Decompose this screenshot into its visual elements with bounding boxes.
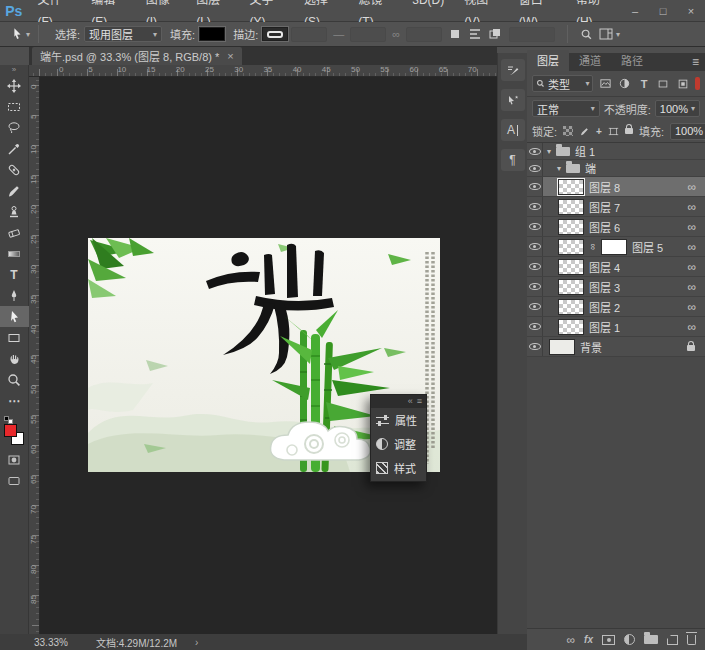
shape-tool[interactable] bbox=[0, 327, 29, 348]
layer-row-layer7[interactable]: 图层 7 ∞ bbox=[527, 197, 705, 217]
layer-thumbnail[interactable] bbox=[558, 239, 584, 255]
lock-image-pixels-icon[interactable] bbox=[579, 125, 590, 138]
brush-settings-panel-icon[interactable] bbox=[501, 59, 525, 81]
properties-panel-button[interactable]: 属性 bbox=[371, 408, 426, 432]
layer-thumbnail[interactable] bbox=[558, 259, 584, 275]
search-icon[interactable] bbox=[576, 25, 596, 43]
edit-toolbar-ellipsis-icon[interactable]: ⋯ bbox=[0, 390, 29, 411]
blend-mode-dropdown[interactable]: 正常 ▾ bbox=[532, 100, 600, 117]
shape-layer-filter-icon[interactable] bbox=[656, 76, 670, 92]
visibility-toggle[interactable] bbox=[527, 277, 543, 296]
layer-thumbnail[interactable] bbox=[558, 199, 584, 215]
layer-thumbnail[interactable] bbox=[558, 179, 584, 195]
path-operations-button[interactable] bbox=[445, 25, 465, 43]
marquee-tool[interactable] bbox=[0, 96, 29, 117]
panel-tab[interactable]: 图层 bbox=[527, 50, 569, 71]
close-button[interactable]: × bbox=[677, 1, 705, 21]
visibility-toggle[interactable] bbox=[527, 143, 543, 159]
eyedropper-tool[interactable] bbox=[0, 138, 29, 159]
layer-thumbnail[interactable] bbox=[549, 339, 575, 355]
layer-style-button[interactable]: fx bbox=[584, 634, 593, 645]
minimize-button[interactable]: – bbox=[621, 1, 649, 21]
type-layer-filter-icon[interactable]: T bbox=[637, 76, 651, 92]
lock-artboard-icon[interactable] bbox=[608, 125, 619, 138]
workspace-switcher-icon[interactable] bbox=[596, 25, 616, 43]
layer-row-background[interactable]: 背景 bbox=[527, 337, 705, 357]
smart-object-filter-icon[interactable] bbox=[675, 76, 689, 92]
layer-row-layer4[interactable]: 图层 4 ∞ bbox=[527, 257, 705, 277]
visibility-toggle[interactable] bbox=[527, 197, 543, 216]
lock-all-icon[interactable] bbox=[625, 125, 633, 138]
layer-mask-thumbnail[interactable] bbox=[601, 239, 627, 255]
foreground-color-swatch[interactable] bbox=[4, 424, 17, 437]
adjustments-panel-button[interactable]: 调整 bbox=[371, 432, 426, 456]
styles-panel-button[interactable]: 样式 bbox=[371, 456, 426, 480]
status-options-arrow[interactable]: › bbox=[195, 637, 198, 648]
pixel-layer-filter-icon[interactable] bbox=[598, 76, 612, 92]
adjustment-layer-filter-icon[interactable] bbox=[618, 76, 632, 92]
brush-tool[interactable] bbox=[0, 180, 29, 201]
link-layers-button[interactable]: ∞ bbox=[567, 633, 576, 647]
character-panel-icon[interactable]: A bbox=[501, 119, 525, 141]
mask-link-icon[interactable]: ∞ bbox=[588, 243, 598, 250]
adjustment-layer-button[interactable] bbox=[624, 634, 635, 645]
lock-transparent-pixels-icon[interactable] bbox=[563, 125, 573, 138]
layer-row-layer5[interactable]: ∞ 图层 5 ∞ bbox=[527, 237, 705, 257]
layer-row-layer3[interactable]: 图层 3 ∞ bbox=[527, 277, 705, 297]
panel-tab[interactable]: 通道 bbox=[569, 50, 611, 71]
layer-thumbnail[interactable] bbox=[558, 319, 584, 335]
layer-filtering-toggle[interactable] bbox=[695, 77, 700, 90]
zoom-level-field[interactable]: 33.33% bbox=[34, 637, 68, 648]
stroke-swatch[interactable] bbox=[262, 27, 288, 41]
visibility-toggle[interactable] bbox=[527, 237, 543, 256]
layer-row-group1[interactable]: ▾ 组 1 bbox=[527, 143, 705, 160]
layer-thumbnail[interactable] bbox=[558, 299, 584, 315]
canvas-pasteboard[interactable]: 端午 bbox=[40, 77, 497, 634]
expand-panels-icon[interactable]: « bbox=[408, 395, 413, 408]
panel-group-menu-icon[interactable]: ≡ bbox=[417, 395, 422, 408]
path-selection-tool[interactable] bbox=[0, 306, 29, 327]
lock-position-icon[interactable]: + bbox=[596, 125, 602, 138]
move-tool[interactable] bbox=[0, 75, 29, 96]
add-mask-button[interactable] bbox=[602, 635, 615, 645]
gradient-tool[interactable] bbox=[0, 243, 29, 264]
layer-thumbnail[interactable] bbox=[558, 279, 584, 295]
opacity-field[interactable]: 100% ▾ bbox=[655, 100, 700, 117]
tool-presets-panel-icon[interactable] bbox=[501, 89, 525, 111]
toolbar-collapse-icon[interactable]: » bbox=[12, 65, 16, 75]
select-scope-dropdown[interactable]: 现用图层 ▾ bbox=[84, 26, 162, 42]
path-arrangement-button[interactable] bbox=[485, 25, 505, 43]
layer-row-layer2[interactable]: 图层 2 ∞ bbox=[527, 297, 705, 317]
eraser-tool[interactable] bbox=[0, 222, 29, 243]
layer-row-layer8[interactable]: 图层 8 ∞ bbox=[527, 177, 705, 197]
hand-tool[interactable] bbox=[0, 348, 29, 369]
visibility-toggle[interactable] bbox=[527, 177, 543, 196]
fill-swatch[interactable] bbox=[199, 27, 225, 41]
tab-close-icon[interactable]: × bbox=[227, 50, 233, 62]
visibility-toggle[interactable] bbox=[527, 257, 543, 276]
filter-kind-dropdown[interactable]: 类型 ▾ bbox=[532, 75, 593, 92]
layer-row-layer1[interactable]: 图层 1 ∞ bbox=[527, 317, 705, 337]
pen-tool[interactable] bbox=[0, 285, 29, 306]
lasso-tool[interactable] bbox=[0, 117, 29, 138]
new-layer-button[interactable] bbox=[667, 635, 678, 645]
document-tab[interactable]: 端午.psd @ 33.3% (图层 8, RGB/8) * × bbox=[32, 47, 242, 65]
new-group-button[interactable] bbox=[644, 635, 658, 644]
healing-brush-tool[interactable] bbox=[0, 159, 29, 180]
quick-mask-button[interactable] bbox=[0, 449, 29, 470]
visibility-toggle[interactable] bbox=[527, 297, 543, 316]
layer-thumbnail[interactable] bbox=[558, 219, 584, 235]
zoom-tool[interactable] bbox=[0, 369, 29, 390]
fill-field[interactable]: 100% ▾ bbox=[670, 123, 705, 140]
visibility-toggle[interactable] bbox=[527, 317, 543, 336]
layer-row-layer6[interactable]: 图层 6 ∞ bbox=[527, 217, 705, 237]
visibility-toggle[interactable] bbox=[527, 160, 543, 176]
path-alignment-button[interactable] bbox=[465, 25, 485, 43]
clone-stamp-tool[interactable] bbox=[0, 201, 29, 222]
type-tool[interactable]: T bbox=[0, 264, 29, 285]
delete-layer-button[interactable] bbox=[687, 635, 696, 645]
screen-mode-button[interactable] bbox=[0, 470, 29, 491]
group-expand-caret[interactable]: ▾ bbox=[547, 147, 551, 156]
current-tool-icon[interactable]: ▾ bbox=[10, 27, 30, 41]
visibility-toggle[interactable] bbox=[527, 337, 543, 356]
